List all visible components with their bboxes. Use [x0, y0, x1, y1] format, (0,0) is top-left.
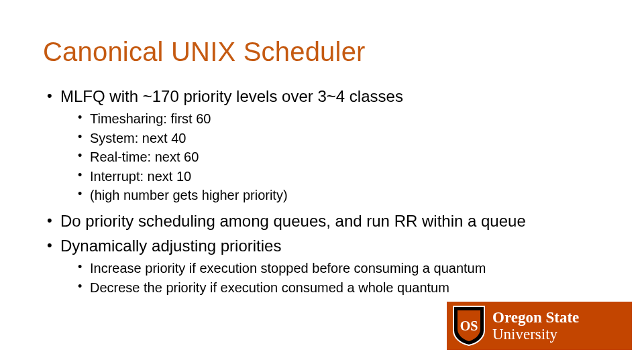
- sub-bullet-text: (high number gets higher priority): [90, 188, 288, 202]
- bullet-item: MLFQ with ~170 priority levels over 3~4 …: [47, 86, 601, 204]
- logo-line-2: University: [492, 326, 579, 342]
- sub-bullet-item: Timesharing: first 60: [78, 110, 601, 127]
- bullet-text: MLFQ with ~170 priority levels over 3~4 …: [60, 87, 403, 105]
- sub-bullet-item: (high number gets higher priority): [78, 186, 601, 204]
- sub-bullet-item: Interrupt: next 10: [78, 168, 601, 185]
- sub-bullet-item: Real-time: next 60: [78, 148, 601, 166]
- logo-text: Oregon State University: [492, 310, 579, 342]
- sub-bullet-text: Increase priority if execution stopped b…: [90, 261, 486, 276]
- sub-list: Increase priority if execution stopped b…: [78, 259, 601, 296]
- logo-line-1: Oregon State: [492, 310, 579, 325]
- sub-list: Timesharing: first 60 System: next 40 Re…: [78, 110, 601, 204]
- slide: Canonical UNIX Scheduler MLFQ with ~170 …: [0, 0, 644, 362]
- bullet-text: Dynamically adjusting priorities: [60, 237, 281, 255]
- sub-bullet-text: Timesharing: first 60: [90, 111, 211, 126]
- sub-bullet-item: Decrese the priority if execution consum…: [78, 279, 601, 296]
- sub-bullet-text: System: next 40: [90, 131, 186, 145]
- sub-bullet-text: Interrupt: next 10: [90, 169, 191, 184]
- sub-bullet-text: Real-time: next 60: [90, 149, 199, 164]
- bullet-item: Dynamically adjusting priorities Increas…: [47, 235, 601, 296]
- svg-text:OS: OS: [460, 318, 478, 333]
- slide-title: Canonical UNIX Scheduler: [43, 37, 601, 67]
- content-list: MLFQ with ~170 priority levels over 3~4 …: [47, 86, 601, 296]
- bullet-item: Do priority scheduling among queues, and…: [47, 210, 601, 232]
- sub-bullet-text: Decrese the priority if execution consum…: [90, 280, 449, 295]
- bullet-text: Do priority scheduling among queues, and…: [60, 212, 526, 230]
- university-logo: OS Oregon State University: [447, 302, 632, 350]
- sub-bullet-item: System: next 40: [78, 129, 601, 147]
- shield-icon: OS: [451, 305, 487, 347]
- sub-bullet-item: Increase priority if execution stopped b…: [78, 259, 601, 277]
